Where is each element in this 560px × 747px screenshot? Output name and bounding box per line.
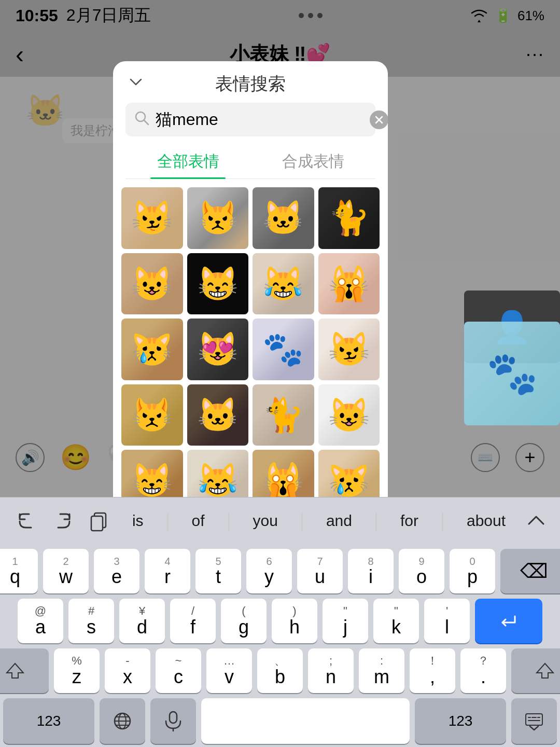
- tab-composed-emoji[interactable]: 合成表情: [250, 145, 375, 178]
- sticker-7[interactable]: 😹: [253, 253, 314, 315]
- clear-icon: [374, 115, 384, 125]
- key-e[interactable]: 3 e: [94, 549, 139, 593]
- redo-button[interactable]: [45, 503, 81, 539]
- return-icon: [498, 613, 519, 629]
- key-t[interactable]: 5 t: [195, 549, 241, 593]
- chevron-up-icon: [525, 509, 548, 532]
- key-z[interactable]: % z: [54, 648, 100, 693]
- globe-icon: [113, 711, 132, 731]
- key-p[interactable]: 0 p: [450, 549, 495, 593]
- key-s[interactable]: # s: [68, 599, 114, 643]
- search-icon: [134, 110, 149, 129]
- num-label: 123: [37, 713, 61, 729]
- sticker-6[interactable]: 😸: [187, 253, 249, 315]
- emoji-search-modal: 表情搜索 全部表情 合成表情 😼😾🐱🐈😺😸😹🙀😿😻🐾😼😾🐱🐈😺: [113, 61, 388, 521]
- copy-icon: [88, 510, 110, 532]
- shift-icon-right: [535, 660, 555, 681]
- keyboard-down-icon: [524, 711, 544, 731]
- key-b[interactable]: 、 b: [257, 648, 303, 693]
- mic-icon: [164, 711, 183, 731]
- key-w[interactable]: 2 w: [43, 549, 89, 593]
- key-o[interactable]: 9 o: [399, 549, 444, 593]
- key-r[interactable]: 4 r: [145, 549, 190, 593]
- key-d[interactable]: ¥ d: [119, 599, 165, 643]
- side-sticker-right: 🐾: [464, 322, 560, 425]
- sticker-12[interactable]: 😼: [318, 319, 380, 380]
- search-bar: [125, 103, 375, 136]
- svg-rect-13: [526, 714, 542, 725]
- key-y[interactable]: 6 y: [246, 549, 292, 593]
- suggestion-for[interactable]: for: [392, 508, 427, 534]
- num-switch-key[interactable]: 123: [3, 698, 94, 744]
- suggestion-of[interactable]: of: [184, 508, 213, 534]
- svg-rect-11: [170, 712, 177, 723]
- sticker-15[interactable]: 🐈: [253, 384, 314, 446]
- key-comma[interactable]: ！ ,: [410, 648, 455, 693]
- mic-key[interactable]: [150, 698, 196, 744]
- search-clear-button[interactable]: [370, 110, 388, 129]
- suggestion-words: is | of | you | and | for | about: [117, 508, 521, 534]
- sticker-10[interactable]: 😻: [187, 319, 249, 380]
- sticker-9[interactable]: 😿: [121, 319, 183, 380]
- key-g[interactable]: ( g: [221, 599, 267, 643]
- chevron-down-icon: [128, 74, 144, 90]
- modal-header: 表情搜索: [113, 61, 388, 103]
- key-j[interactable]: " j: [323, 599, 368, 643]
- search-input[interactable]: [156, 110, 363, 129]
- sticker-grid: 😼😾🐱🐈😺😸😹🙀😿😻🐾😼😾🐱🐈😺😸😹🙀😿😻🐾😼😾: [113, 179, 388, 521]
- space-key[interactable]: [201, 698, 410, 744]
- key-i[interactable]: 8 i: [348, 549, 394, 593]
- suggestion-is[interactable]: is: [124, 508, 152, 534]
- key-n[interactable]: ; n: [308, 648, 354, 693]
- key-u[interactable]: 7 u: [297, 549, 343, 593]
- tab-all-emoji[interactable]: 全部表情: [125, 145, 250, 178]
- keyboard-area: is | of | you | and | for | about 1 q: [0, 497, 560, 747]
- keyboard-row-1: 1 q 2 w 3 e 4 r 5 t 6 y: [3, 549, 557, 593]
- globe-key[interactable]: [100, 698, 145, 744]
- sticker-8[interactable]: 🙀: [318, 253, 380, 315]
- keyboard-row-3: % z - x ~ c … v 、 b ; n: [3, 648, 557, 693]
- suggestion-and[interactable]: and: [318, 508, 360, 534]
- sticker-14[interactable]: 🐱: [187, 384, 249, 446]
- undo-button[interactable]: [8, 503, 45, 539]
- suggestions-bar: is | of | you | and | for | about: [0, 497, 560, 544]
- copy-button[interactable]: [81, 503, 117, 539]
- key-period[interactable]: ？ .: [460, 648, 506, 693]
- key-l[interactable]: ' l: [424, 599, 470, 643]
- shift-right-key[interactable]: [511, 648, 560, 693]
- shift-left-key[interactable]: [0, 648, 49, 693]
- key-v[interactable]: … v: [206, 648, 252, 693]
- suggestions-expand-button[interactable]: [521, 505, 552, 536]
- sticker-4[interactable]: 🐈: [318, 187, 380, 249]
- key-f[interactable]: / f: [170, 599, 216, 643]
- sticker-11[interactable]: 🐾: [253, 319, 314, 380]
- key-m[interactable]: : m: [359, 648, 404, 693]
- sticker-2[interactable]: 😾: [187, 187, 249, 249]
- key-a[interactable]: @ a: [18, 599, 63, 643]
- key-k[interactable]: " k: [373, 599, 419, 643]
- num-switch-key-right[interactable]: 123: [415, 698, 506, 744]
- return-key[interactable]: [475, 599, 542, 643]
- undo-icon: [16, 510, 37, 532]
- suggestion-about[interactable]: about: [458, 508, 514, 534]
- key-x[interactable]: - x: [105, 648, 150, 693]
- delete-key[interactable]: ⌫: [500, 549, 560, 593]
- key-h[interactable]: ) h: [272, 599, 317, 643]
- modal-collapse-button[interactable]: [128, 74, 144, 94]
- key-q[interactable]: 1 q: [0, 549, 38, 593]
- sticker-3[interactable]: 🐱: [253, 187, 314, 249]
- sticker-5[interactable]: 😺: [121, 253, 183, 315]
- sticker-13[interactable]: 😾: [121, 384, 183, 446]
- sticker-1[interactable]: 😼: [121, 187, 183, 249]
- redo-icon: [52, 510, 74, 532]
- keyboard: 1 q 2 w 3 e 4 r 5 t 6 y: [0, 544, 560, 747]
- keyboard-row-4: 123: [3, 698, 557, 744]
- sticker-16[interactable]: 😺: [318, 384, 380, 446]
- keyboard-down-key[interactable]: [511, 698, 557, 744]
- suggestion-you[interactable]: you: [245, 508, 286, 534]
- delete-icon: ⌫: [520, 560, 548, 583]
- key-c[interactable]: ~ c: [156, 648, 201, 693]
- modal-title: 表情搜索: [215, 72, 286, 96]
- shift-icon: [5, 660, 25, 681]
- svg-rect-5: [91, 516, 103, 531]
